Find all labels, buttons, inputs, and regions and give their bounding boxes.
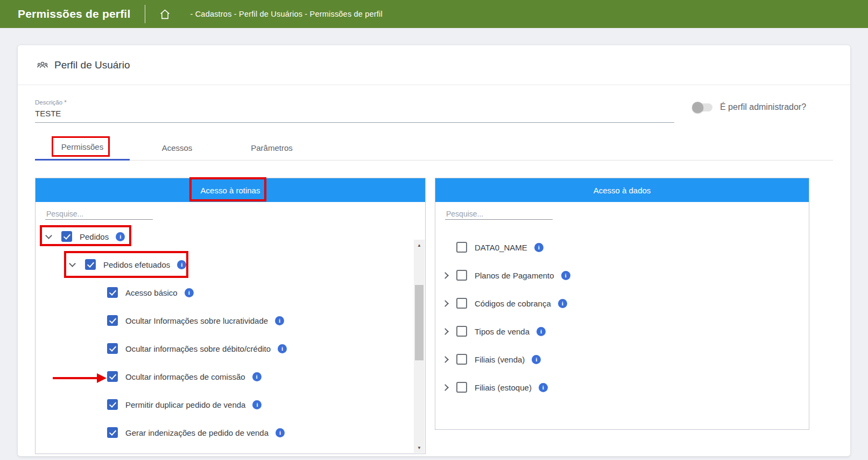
checkbox[interactable] [456, 270, 467, 281]
chevron-right-icon[interactable] [442, 272, 449, 279]
tree-item: Gerar indenizações de pedido de vendai [36, 419, 425, 447]
tab-acessos-label: Acessos [162, 143, 193, 152]
tree-item: Permitir duplicar pedido de vendai [36, 391, 425, 419]
tree-item: Ocultar Informações sobre lucratividadei [36, 306, 425, 334]
data-panel: Acesso à dados DATA0_NAMEiPlanos de Paga… [435, 178, 809, 430]
info-icon[interactable]: i [537, 327, 546, 336]
tab-acessos[interactable]: Acessos [130, 135, 224, 161]
tab-parametros[interactable]: Parâmetros [224, 135, 319, 161]
users-group-icon [36, 59, 49, 72]
card-header: Perfil de Usuário [18, 45, 850, 85]
tree-item-label[interactable]: Ocultar informações sobre débito/crédito [125, 344, 271, 353]
tree-item: Filiais (estoque)i [435, 373, 809, 401]
card-title: Perfil de Usuário [54, 59, 130, 71]
info-icon[interactable]: i [275, 316, 284, 325]
tab-permissoes-label: Permissões [61, 142, 103, 151]
description-input[interactable] [35, 106, 674, 123]
checkbox[interactable] [107, 371, 118, 382]
chevron-spacer [443, 245, 448, 250]
vertical-scrollbar[interactable]: ▲ ▼ [414, 240, 425, 453]
checkbox[interactable] [456, 298, 467, 309]
chevron-right-icon[interactable] [442, 356, 449, 363]
routines-search-wrap [36, 202, 425, 222]
admin-toggle[interactable] [693, 103, 712, 111]
routines-panel-title: Acesso à rotinas [201, 186, 260, 195]
checkbox[interactable] [456, 326, 467, 337]
tree-item-label[interactable]: DATA0_NAME [475, 243, 527, 252]
tab-permissoes[interactable]: Permissões [35, 135, 130, 161]
chevron-right-icon[interactable] [442, 328, 449, 335]
tree-item-label[interactable]: Permitir duplicar pedido de venda [125, 400, 245, 409]
scroll-up-icon[interactable]: ▲ [414, 241, 425, 249]
breadcrumb: - Cadastros - Perfil de Usuários - Permi… [190, 10, 383, 18]
info-icon[interactable]: i [252, 372, 262, 381]
checkbox[interactable] [107, 427, 118, 438]
info-icon[interactable]: i [561, 271, 570, 280]
tree-item-label[interactable]: Planos de Pagamento [475, 271, 554, 280]
tab-parametros-label: Parâmetros [251, 143, 293, 152]
tree-item: Filiais (venda)i [435, 345, 809, 373]
checkbox[interactable] [456, 354, 467, 365]
scroll-down-icon[interactable]: ▼ [414, 443, 425, 452]
checkbox[interactable] [107, 399, 118, 410]
data-search-input[interactable] [445, 208, 553, 220]
description-field: Descrição * [35, 99, 674, 123]
tree-item: Acesso básicoi [36, 278, 425, 306]
tree-item: Pedidosi [36, 222, 425, 250]
chevron-down-icon[interactable] [69, 260, 76, 267]
chevron-right-icon[interactable] [442, 300, 449, 307]
data-panel-header: Acesso à dados [435, 178, 809, 202]
profile-card: Perfil de Usuário Descrição * É perfil a… [18, 45, 850, 456]
tree-item-label[interactable]: Pedidos efetuados [103, 260, 170, 269]
tree-item-label[interactable]: Filiais (venda) [475, 355, 525, 364]
checkbox[interactable] [107, 315, 118, 326]
tree-item: Ocultar informações de comissãoi [36, 363, 425, 391]
info-icon[interactable]: i [276, 428, 285, 437]
tree-item-label[interactable]: Filiais (estoque) [475, 383, 532, 392]
info-icon[interactable]: i [252, 400, 262, 409]
checkbox[interactable] [107, 343, 118, 354]
tree-item: Tipos de vendai [435, 317, 809, 345]
tree-item: Códigos de cobrançai [435, 289, 809, 317]
tree-item-label[interactable]: Pedidos [80, 232, 109, 241]
checkbox[interactable] [456, 382, 467, 393]
info-icon[interactable]: i [177, 260, 186, 269]
info-icon[interactable]: i [185, 288, 194, 297]
tree-item-label[interactable]: Acesso básico [125, 288, 178, 297]
admin-toggle-wrap: É perfil administrador? [693, 102, 806, 112]
home-icon[interactable] [159, 9, 171, 20]
tree-item: DATA0_NAMEi [435, 233, 809, 261]
checkbox[interactable] [85, 259, 96, 270]
topbar-divider [145, 5, 145, 23]
info-icon[interactable]: i [539, 383, 548, 392]
topbar: Permissões de perfil - Cadastros - Perfi… [0, 0, 868, 28]
tree-item-label[interactable]: Tipos de venda [475, 327, 530, 336]
info-icon[interactable]: i [116, 232, 125, 241]
chevron-down-icon[interactable] [45, 232, 52, 239]
tree-item: Ocultar informações sobre débito/crédito… [36, 334, 425, 363]
routines-panel-header: Acesso à rotinas [36, 178, 425, 202]
info-icon[interactable]: i [532, 355, 541, 364]
checkbox[interactable] [456, 242, 467, 253]
info-icon[interactable]: i [558, 299, 567, 308]
chevron-right-icon[interactable] [442, 384, 449, 391]
routines-panel: Acesso à rotinas PedidosiPedidos efetuad… [35, 178, 426, 454]
tree-item-label[interactable]: Gerar indenizações de pedido de venda [125, 428, 269, 437]
data-search-wrap [435, 202, 809, 222]
info-icon[interactable]: i [278, 344, 287, 353]
toggle-knob[interactable] [692, 102, 703, 113]
tree-item-label[interactable]: Ocultar Informações sobre lucratividade [125, 316, 268, 325]
page-title: Permissões de perfil [0, 8, 130, 20]
routines-search-input[interactable] [45, 208, 153, 220]
scrollbar-thumb[interactable] [415, 285, 424, 360]
tab-bar: Permissões Acessos Parâmetros [35, 135, 833, 161]
page: Permissões de perfil - Cadastros - Perfi… [0, 0, 868, 460]
tree-item: Pedidos efetuadosi [36, 250, 425, 278]
checkbox[interactable] [107, 287, 118, 298]
info-icon[interactable]: i [534, 243, 544, 252]
tree-item-label[interactable]: Códigos de cobrança [475, 299, 551, 308]
tree-item-label[interactable]: Ocultar informações de comissão [125, 372, 245, 381]
data-tree: DATA0_NAMEiPlanos de PagamentoiCódigos d… [435, 222, 809, 401]
routines-tree: PedidosiPedidos efetuadosiAcesso básicoi… [36, 222, 425, 447]
checkbox[interactable] [61, 231, 72, 242]
